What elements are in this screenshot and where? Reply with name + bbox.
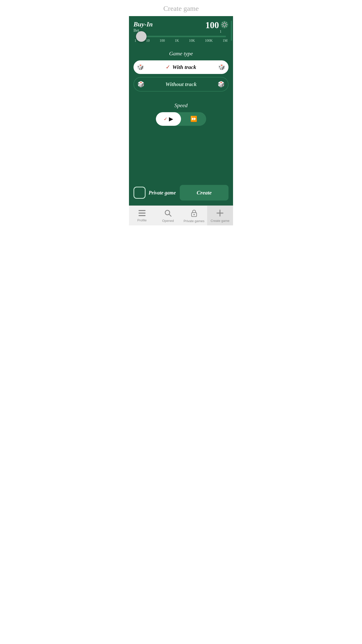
speed-toggle: ✓ ▶ ⏩ [156, 112, 206, 126]
slider-label-10: 10 [146, 39, 150, 43]
slider-label-100: 100 [160, 39, 165, 43]
game-type-with-track[interactable]: 🎲 ✓ With track 🎲 [133, 60, 229, 74]
plus-icon [216, 210, 223, 218]
nav-opened-label: Opened [162, 219, 174, 223]
svg-rect-3 [139, 213, 146, 214]
slider-label-10k: 10K [189, 39, 195, 43]
buyin-value: 100 [205, 21, 219, 30]
nav-create-game[interactable]: Create game [207, 206, 233, 225]
bottom-actions: Private game Create [133, 185, 229, 200]
speed-title: Speed [133, 102, 229, 109]
dice-right-icon-2: 🎲 [218, 81, 224, 88]
nav-opened[interactable]: Opened [155, 206, 181, 225]
speed-fast-btn[interactable]: ⏩ [181, 112, 206, 126]
bottom-nav: Profile Opened Private games [129, 206, 233, 225]
create-button[interactable]: Create [180, 185, 229, 200]
fast-icon: ⏩ [190, 116, 197, 122]
bet-slider[interactable]: 1 10 100 1K 10K 100K 1M [133, 36, 229, 43]
play-icon: ▶ [169, 116, 173, 122]
dice-left-icon-2: 🎲 [138, 81, 144, 88]
with-track-label: With track [172, 64, 196, 70]
speed-section: Speed ✓ ▶ ⏩ [133, 102, 229, 126]
slider-track [136, 36, 226, 37]
slider-thumb[interactable] [136, 31, 147, 42]
search-icon [164, 210, 171, 218]
speed-normal-check: ✓ [164, 116, 167, 122]
without-track-label: Without track [165, 81, 197, 88]
buyin-title: Buy-In [133, 21, 153, 28]
menu-icon [139, 210, 146, 217]
private-game-label: Private game [149, 190, 176, 196]
buyin-left: Buy-In Bet [133, 21, 153, 33]
slider-labels: 1 10 100 1K 10K 100K 1M [133, 39, 229, 43]
slider-label-1m: 1M [223, 39, 228, 43]
slider-label-1: 1 [134, 39, 136, 43]
with-track-checkmark: ✓ [166, 64, 170, 70]
buyin-right: 100 1 [205, 21, 229, 34]
svg-point-8 [193, 214, 195, 215]
nav-profile-label: Profile [137, 218, 147, 222]
nav-private-games[interactable]: Private games [181, 206, 207, 225]
slider-label-100k: 100K [205, 39, 213, 43]
nav-profile[interactable]: Profile [129, 206, 155, 225]
private-game-toggle[interactable]: Private game [133, 187, 176, 199]
svg-line-6 [169, 214, 171, 216]
dice-right-icon: 🎲 [218, 64, 225, 70]
settings-icon[interactable] [220, 21, 229, 29]
lock-icon [191, 209, 197, 218]
private-game-checkbox[interactable] [133, 187, 146, 199]
game-type-without-track[interactable]: 🎲 Without track 🎲 [133, 77, 229, 92]
nav-create-label: Create game [211, 219, 230, 223]
svg-rect-4 [139, 215, 146, 216]
slider-label-1k: 1K [175, 39, 179, 43]
main-content: Buy-In Bet 100 1 [129, 16, 233, 206]
nav-private-label: Private games [184, 219, 204, 223]
buyin-section: Buy-In Bet 100 1 [133, 21, 229, 44]
header: Create game [129, 0, 233, 16]
dice-left-icon: 🎲 [137, 64, 144, 70]
buyin-min: 1 [220, 30, 221, 34]
game-type-title: Game type [133, 50, 229, 57]
game-type-section: Game type 🎲 ✓ With track 🎲 🎲 Without tra… [133, 50, 229, 95]
svg-rect-2 [139, 210, 146, 211]
speed-normal-btn[interactable]: ✓ ▶ [156, 112, 181, 126]
page-title: Create game [163, 5, 199, 12]
